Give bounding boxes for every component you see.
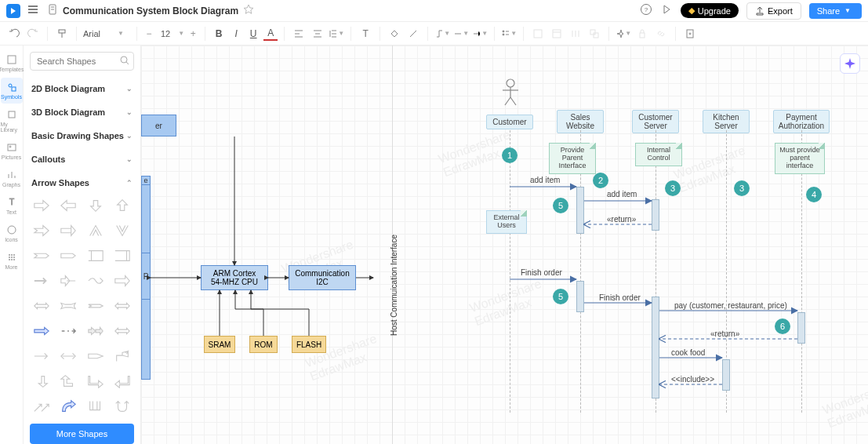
insert-container-button[interactable] — [549, 26, 565, 42]
rail-symbols[interactable]: Symbols — [1, 78, 23, 104]
rail-more[interactable]: More — [1, 248, 23, 274]
export-button[interactable]: Export — [746, 2, 801, 20]
bullet-list-button[interactable]: ▼ — [501, 26, 517, 42]
arrow-start-button[interactable]: ▼ — [472, 26, 488, 42]
arrow-shape[interactable] — [30, 370, 53, 392]
arrow-shape[interactable] — [30, 245, 53, 267]
arrow-shape-selected[interactable] — [30, 320, 53, 342]
arrow-shape[interactable] — [30, 220, 53, 242]
activation[interactable] — [576, 187, 584, 234]
activation[interactable] — [652, 297, 659, 399]
connector-button[interactable]: ▼ — [434, 26, 450, 42]
menu-icon[interactable] — [27, 3, 39, 18]
upgrade-button[interactable]: ◆ Upgrade — [681, 3, 739, 18]
redo-button[interactable] — [25, 26, 41, 42]
line-color-button[interactable] — [405, 26, 421, 42]
activation[interactable] — [652, 199, 659, 231]
font-select[interactable]: Arial ▼ — [83, 29, 130, 38]
note-internal[interactable]: Internal Control — [635, 143, 682, 166]
block-cpu[interactable]: ARM Cortex54-MHZ CPU — [201, 265, 268, 290]
page-settings-button[interactable] — [682, 26, 698, 42]
bold-button[interactable]: B — [212, 27, 226, 41]
category-callouts[interactable]: Callouts⌄ — [24, 147, 140, 171]
line-style-button[interactable]: ▼ — [453, 26, 469, 42]
arrow-shape[interactable] — [84, 320, 107, 342]
note-must[interactable]: Must provide parent interface — [775, 143, 825, 174]
arrow-shape[interactable] — [111, 395, 134, 417]
rail-pictures[interactable]: Pictures — [1, 138, 23, 164]
arrow-shape[interactable] — [30, 270, 53, 292]
insert-text-button[interactable]: T — [358, 26, 373, 42]
arrow-shape[interactable] — [56, 345, 80, 367]
format-painter-button[interactable] — [54, 26, 70, 42]
arrow-shape-right[interactable] — [30, 195, 53, 217]
block-rom[interactable]: ROM — [249, 336, 278, 353]
rail-mylibrary[interactable]: My Library — [1, 105, 23, 136]
block-flash[interactable]: FLASH — [292, 336, 326, 353]
arrow-shape[interactable] — [111, 270, 134, 292]
arrow-shape[interactable] — [84, 220, 107, 242]
canvas[interactable]: WondershareEdrawMax WondershareEdrawMax … — [141, 45, 868, 444]
arrow-shape[interactable] — [84, 395, 107, 417]
block-p[interactable]: P — [141, 253, 151, 300]
lifeline-customer[interactable]: Customer — [486, 115, 533, 129]
lock-button[interactable] — [634, 26, 650, 42]
category-arrow-shapes[interactable]: Arrow Shapes⌃ — [24, 171, 140, 195]
arrow-shape[interactable] — [56, 270, 80, 292]
italic-button[interactable]: I — [229, 27, 243, 41]
rail-text[interactable]: TText — [1, 193, 23, 219]
undo-button[interactable] — [6, 26, 22, 42]
search-icon[interactable] — [120, 56, 129, 67]
arrow-shape[interactable] — [56, 245, 80, 267]
effects-button[interactable]: ▼ — [616, 26, 631, 42]
arrow-shape[interactable] — [56, 220, 80, 242]
arrow-shape[interactable] — [30, 295, 53, 317]
arrow-shape[interactable] — [84, 245, 107, 267]
font-size-increase[interactable]: + — [187, 28, 198, 39]
arrow-shape-up[interactable] — [111, 195, 134, 217]
arrow-shape-down[interactable] — [84, 195, 107, 217]
note-external[interactable]: External Users — [486, 210, 527, 234]
insert-image-button[interactable] — [530, 26, 546, 42]
group-button[interactable] — [587, 26, 602, 42]
search-shapes-input[interactable] — [30, 52, 134, 71]
actor-icon[interactable] — [499, 78, 522, 107]
more-shapes-button[interactable]: More Shapes — [30, 424, 134, 444]
align-left-button[interactable] — [291, 26, 307, 42]
category-2d-block[interactable]: 2D Block Diagram⌄ — [24, 77, 140, 100]
arrow-shape[interactable] — [111, 220, 134, 242]
rail-templates[interactable]: Templates — [1, 50, 23, 76]
arrow-shape[interactable] — [111, 345, 134, 367]
activation[interactable] — [722, 359, 730, 391]
hyperlink-button[interactable] — [653, 26, 669, 42]
chevron-down-icon[interactable]: ▼ — [178, 30, 184, 37]
category-3d-block[interactable]: 3D Block Diagram⌄ — [24, 100, 140, 124]
arrow-shape[interactable] — [111, 370, 134, 392]
arrow-shape[interactable] — [84, 370, 107, 392]
rail-icons[interactable]: Icons — [1, 220, 23, 246]
block-comm[interactable]: CommunicationI2C — [289, 265, 356, 290]
block-sram[interactable]: SRAM — [204, 336, 235, 353]
distribute-button[interactable] — [568, 26, 583, 42]
align-center-button[interactable] — [310, 26, 325, 42]
note-provide[interactable]: Provide Parent Interface — [549, 143, 596, 174]
app-logo[interactable] — [6, 4, 20, 18]
arrow-shape[interactable] — [56, 370, 80, 392]
text-color-button[interactable]: A — [263, 27, 278, 41]
arrow-shape[interactable] — [84, 270, 107, 292]
font-size-value[interactable]: 12 — [158, 29, 173, 38]
help-icon[interactable]: ? — [640, 3, 652, 18]
font-size-decrease[interactable]: − — [143, 28, 154, 39]
arrow-shape[interactable] — [111, 320, 134, 342]
star-icon[interactable] — [243, 4, 254, 17]
arrow-shape[interactable] — [84, 295, 107, 317]
arrow-shape[interactable] — [56, 395, 80, 417]
arrow-shape[interactable] — [111, 245, 134, 267]
share-button[interactable]: Share ▼ — [809, 3, 862, 19]
block-er[interactable]: er — [141, 115, 176, 136]
arrow-shape[interactable] — [84, 345, 107, 367]
play-icon[interactable] — [660, 3, 673, 18]
arrow-shape[interactable] — [30, 345, 53, 367]
activation[interactable] — [797, 312, 805, 344]
activation[interactable] — [576, 281, 584, 312]
